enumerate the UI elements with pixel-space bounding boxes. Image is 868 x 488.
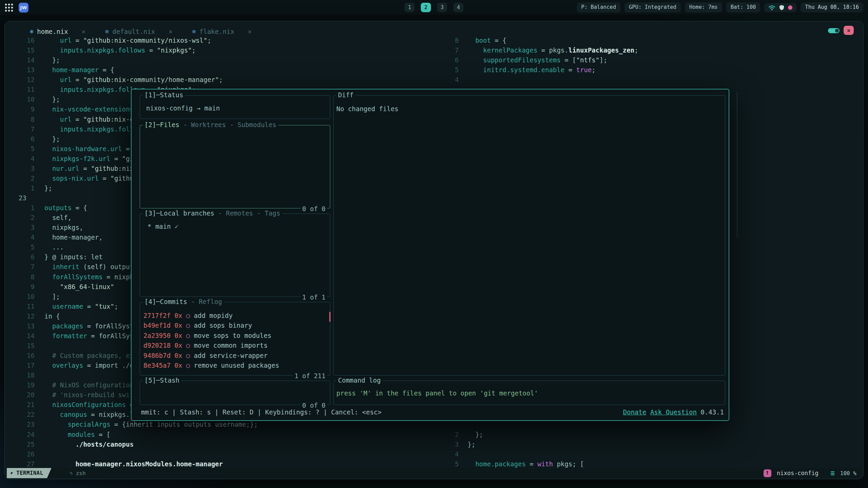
- lazygit-branches-panel[interactable]: [3]─Local branches - Remotes - Tags * ma…: [140, 214, 330, 297]
- logo-badge[interactable]: JW: [19, 3, 28, 13]
- line-number: 15: [17, 45, 35, 55]
- code-line: [438, 420, 638, 429]
- commits-panel-title: [4]─Commits - Reflog: [143, 298, 224, 305]
- code-line: 2 };: [438, 430, 638, 440]
- code-line: 5 initrd.systemd.enable = true;: [438, 65, 638, 75]
- line-number: 3: [17, 223, 35, 232]
- commit-row[interactable]: 8e345a7 0x ○ remove unused packages: [143, 361, 327, 370]
- lazygit-command-log-panel[interactable]: Command log press 'M' in the files panel…: [333, 381, 725, 405]
- tab-label: home.nix: [37, 28, 68, 35]
- stash-count: 0 of 0: [300, 402, 327, 409]
- nix-file-icon: ❄: [192, 28, 196, 35]
- commit-author: 0x: [175, 331, 182, 341]
- commit-row[interactable]: b49ef1d 0x ○ add sops binary: [143, 321, 327, 330]
- commit-message: remove unused packages: [194, 361, 279, 370]
- commit-bullet-icon: ○: [186, 341, 190, 350]
- code-line: 16 url = "github:nix-community/nixos-wsl…: [17, 36, 297, 45]
- nix-file-icon: ❄: [105, 28, 108, 35]
- code-line: 25 ./hosts/canopus: [17, 440, 297, 449]
- line-number: 9: [17, 104, 35, 114]
- tab-close-icon[interactable]: ×: [248, 28, 252, 35]
- line-number: 5: [438, 459, 459, 469]
- line-number: 1: [17, 183, 35, 193]
- tab-label: default.nix: [112, 28, 155, 35]
- commit-author: 0x: [175, 311, 182, 321]
- code-line: 27 home-manager.nixosModules.home-manage…: [17, 459, 297, 469]
- mode-badge: ◤ TERMINAL: [7, 468, 52, 478]
- line-number: 21: [17, 400, 35, 410]
- lazygit-status-panel[interactable]: [1]─Status nixos-config → main: [140, 95, 330, 119]
- workspace-button-2[interactable]: 2: [421, 3, 431, 12]
- code-line: 24 modules = [: [17, 430, 297, 440]
- line-number: 7: [17, 262, 35, 272]
- line-number: 26: [17, 449, 35, 459]
- line-number: 14: [17, 331, 35, 341]
- tab-close-icon[interactable]: ×: [82, 28, 85, 35]
- code-line: 13 home-manager = {: [17, 65, 297, 75]
- line-number: 11: [17, 302, 35, 311]
- commit-author: 0x: [175, 321, 182, 330]
- line-number: 10: [17, 95, 35, 104]
- line-number: 25: [17, 440, 35, 449]
- diff-content: No changed files: [334, 96, 725, 113]
- line-number: 1: [17, 203, 35, 213]
- ask-question-link[interactable]: Ask Question: [650, 408, 697, 416]
- stash-panel-title: [5]─Stash: [143, 377, 181, 384]
- donate-link[interactable]: Donate: [623, 408, 647, 416]
- code-line: 8 boot = {: [438, 36, 638, 45]
- tray-icons[interactable]: [764, 3, 796, 12]
- code-line: 12 url = "github:nix-community/home-mana…: [17, 75, 297, 85]
- git-badge-icon: [764, 469, 771, 477]
- tab-home.nix[interactable]: ❄home.nix×: [30, 28, 85, 35]
- line-number: 2: [438, 430, 459, 440]
- status-pill-3: Bat: 100: [726, 2, 761, 13]
- shell-label: zsh: [76, 470, 86, 476]
- line-number: 6: [17, 134, 35, 144]
- line-number: 27: [17, 459, 35, 469]
- tab-flake.nix[interactable]: ❄flake.nix×: [192, 28, 252, 35]
- commit-hash: d920218: [143, 341, 171, 350]
- tab-close-icon[interactable]: ×: [169, 28, 172, 35]
- commit-row[interactable]: 2717f2f 0x ○ add mopidy: [143, 311, 327, 321]
- code-line: 5 home.packages = with pkgs; [: [438, 459, 638, 469]
- line-number: [438, 420, 459, 429]
- line-number: 16: [17, 351, 35, 361]
- workspace-button-1[interactable]: 1: [405, 3, 415, 12]
- topbar-left: JW: [5, 3, 28, 13]
- commit-row[interactable]: d920218 0x ○ move common imports: [143, 341, 327, 350]
- apps-launcher-icon[interactable]: [5, 3, 13, 12]
- editor-window: ❄home.nix×❄default.nix×❄flake.nix× × 16 …: [4, 21, 864, 479]
- code-line: 7 kernelPackages = pkgs.linuxPackages_ze…: [438, 45, 638, 55]
- lazygit-diff-panel[interactable]: Diff No changed files: [333, 95, 725, 375]
- footer-links: Donate Ask Question 0.43.1: [623, 408, 724, 416]
- shell-indicator: ✎ zsh: [70, 470, 86, 476]
- shield-icon: [779, 5, 784, 11]
- line-number: 19: [17, 380, 35, 390]
- lazygit-commits-panel[interactable]: [4]─Commits - Reflog 2717f2f 0x ○ add mo…: [140, 302, 330, 375]
- mode-label: TERMINAL: [16, 470, 43, 476]
- commits-scrollbar[interactable]: [329, 312, 331, 322]
- window-close-button[interactable]: ×: [844, 26, 854, 35]
- commit-row[interactable]: 2a23950 0x ○ move sops to modules: [143, 331, 327, 341]
- line-number: 13: [17, 321, 35, 331]
- workspace-button-4[interactable]: 4: [453, 3, 463, 12]
- commit-bullet-icon: ○: [186, 321, 190, 330]
- line-number: 5: [17, 242, 35, 252]
- version-label: 0.43.1: [701, 408, 724, 416]
- topbar: JW 1234 P: BalancedGPU: IntegratedHome: …: [0, 0, 868, 15]
- lazygit-stash-panel[interactable]: [5]─Stash 0 of 0: [140, 381, 330, 405]
- lazygit-footer: mmit: c | Stash: s | Reset: D | Keybindi…: [141, 408, 724, 416]
- tab-default.nix[interactable]: ❄default.nix×: [105, 28, 173, 35]
- lines-icon: ≡: [831, 469, 835, 477]
- commit-row[interactable]: 9486b7d 0x ○ add service-wrapper: [143, 351, 327, 361]
- lazygit-files-panel[interactable]: [2]─Files - Worktrees - Submodules 0 of …: [140, 125, 330, 208]
- workspace-button-3[interactable]: 3: [437, 3, 447, 12]
- commit-message: move common imports: [194, 341, 268, 350]
- commit-hash: 9486b7d: [143, 351, 171, 361]
- line-number: 22: [17, 410, 35, 420]
- line-number: 23: [17, 420, 35, 429]
- branches-panel-title: [3]─Local branches - Remotes - Tags: [143, 209, 282, 217]
- line-number: 20: [17, 390, 35, 400]
- line-number: 11: [17, 85, 35, 95]
- window-toggle-button[interactable]: [828, 28, 840, 33]
